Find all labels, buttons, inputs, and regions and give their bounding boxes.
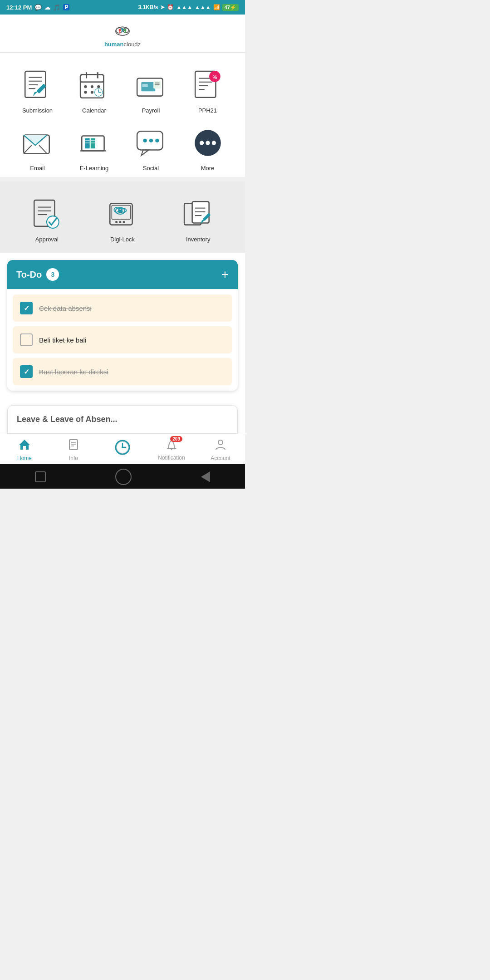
inventory-item[interactable]: Inventory [160, 191, 236, 248]
svg-rect-20 [80, 74, 103, 82]
submission-icon [21, 69, 54, 102]
logo-icon [113, 21, 132, 40]
approval-icon [30, 198, 63, 230]
digilock-icon-box [104, 196, 141, 232]
todo-header: To-Do 3 + [7, 260, 238, 289]
account-label: Account [211, 455, 230, 461]
svg-point-61 [155, 139, 159, 142]
music-icon: 🎵 [53, 4, 60, 11]
email-item[interactable]: Email [9, 119, 66, 177]
nav-clock[interactable] [107, 440, 138, 460]
svg-text:%: % [212, 74, 217, 80]
digilock-icon [106, 198, 139, 230]
svg-point-97 [122, 446, 123, 448]
svg-point-28 [90, 91, 93, 93]
todo-list: Cek data absensi Beli tiket ke bali Buat… [7, 289, 238, 391]
todo-checkbox-1[interactable] [20, 302, 33, 314]
whatsapp-icon: 💬 [34, 4, 42, 11]
logo-bold: human [104, 41, 124, 48]
svg-point-63 [200, 141, 204, 145]
payroll-label: Payroll [142, 107, 160, 114]
approval-icon-box [29, 196, 65, 232]
more-item[interactable]: More [179, 119, 236, 177]
nav-account[interactable]: Account [205, 438, 236, 461]
nav-notification[interactable]: 209 Notification [156, 439, 187, 461]
todo-checkbox-3[interactable] [20, 365, 33, 378]
svg-point-24 [84, 85, 87, 88]
pph21-label: PPH21 [198, 107, 217, 114]
todo-section: To-Do 3 + Cek data absensi Beli tiket ke… [0, 253, 245, 398]
more-icon [191, 127, 224, 159]
notification-badge-container: 209 [165, 439, 178, 453]
approval-label: Approval [35, 236, 59, 243]
payroll-icon [135, 69, 167, 102]
todo-item-3[interactable]: Buat laporan ke direksi [13, 358, 232, 385]
svg-line-47 [24, 145, 31, 154]
svg-point-80 [122, 221, 125, 223]
svg-rect-35 [142, 84, 147, 87]
alarm-icon: ⏰ [167, 4, 174, 10]
inventory-icon [182, 198, 215, 230]
nav-home[interactable]: Home [9, 438, 40, 461]
inventory-icon-box [180, 196, 216, 232]
svg-rect-51 [85, 138, 89, 149]
social-icon [135, 127, 167, 159]
todo-text-3: Buat laporan ke direksi [39, 368, 108, 376]
icon-grid-1: Submission [9, 62, 236, 177]
pph21-item[interactable]: % PPH21 [179, 62, 236, 119]
nav-info[interactable]: Info [58, 438, 89, 461]
account-icon [214, 438, 227, 454]
main-content: Submission [0, 53, 245, 177]
payroll-item[interactable]: Payroll [122, 62, 179, 119]
social-label: Social [143, 165, 159, 172]
submission-item[interactable]: Submission [9, 62, 66, 119]
calendar-label: Calendar [82, 107, 106, 114]
svg-point-59 [143, 139, 147, 142]
status-left: 12:12 PM 💬 ☁ 🎵 P [6, 4, 69, 11]
recent-apps-button[interactable] [35, 471, 46, 482]
system-nav [0, 464, 245, 489]
elearning-label: E-Learning [80, 165, 109, 172]
leave-title: Leave & Leave of Absen... [17, 415, 117, 424]
battery-display: 47⚡ [222, 4, 239, 11]
payroll-icon-box [133, 67, 169, 103]
todo-item-1[interactable]: Cek data absensi [13, 294, 232, 322]
more-icon-box [190, 125, 226, 161]
elearning-item[interactable]: E-Learning [66, 119, 122, 177]
todo-add-button[interactable]: + [221, 267, 229, 282]
svg-marker-18 [33, 91, 38, 96]
calendar-item[interactable]: Calendar [66, 62, 122, 119]
info-icon [67, 438, 80, 454]
svg-rect-89 [69, 440, 78, 450]
digilock-label: Digi-Lock [110, 236, 135, 243]
inventory-label: Inventory [186, 236, 210, 243]
home-icon [18, 438, 31, 454]
icon-grid-2: Approval [9, 191, 236, 248]
notification-badge: 209 [170, 436, 182, 442]
back-button[interactable] [201, 471, 210, 482]
social-item[interactable]: Social [122, 119, 179, 177]
submission-label: Submission [22, 107, 53, 114]
app-header: humancloudz [0, 15, 245, 53]
time-display: 12:12 PM [6, 4, 32, 11]
section-gray: Approval [0, 181, 245, 253]
approval-item[interactable]: Approval [9, 191, 85, 248]
home-button[interactable] [115, 469, 132, 485]
pph21-icon-box: % [190, 67, 226, 103]
svg-point-3 [119, 29, 121, 31]
elearning-icon-box [76, 125, 113, 161]
leave-section: Leave & Leave of Absen... [0, 398, 245, 434]
notification-label: Notification [158, 455, 185, 461]
cloud-icon: ☁ [44, 4, 50, 11]
todo-item-2[interactable]: Beli tiket ke bali [13, 326, 232, 353]
clock-icon [115, 440, 130, 458]
social-icon-box [133, 125, 169, 161]
svg-rect-17 [36, 83, 46, 93]
info-label: Info [69, 455, 78, 461]
more-label: More [201, 165, 215, 172]
svg-rect-52 [90, 138, 95, 149]
speed-display: 3.1KB/s [138, 4, 158, 10]
todo-checkbox-2[interactable] [20, 333, 33, 346]
email-icon [21, 127, 54, 159]
digilock-item[interactable]: Digi-Lock [85, 191, 161, 248]
